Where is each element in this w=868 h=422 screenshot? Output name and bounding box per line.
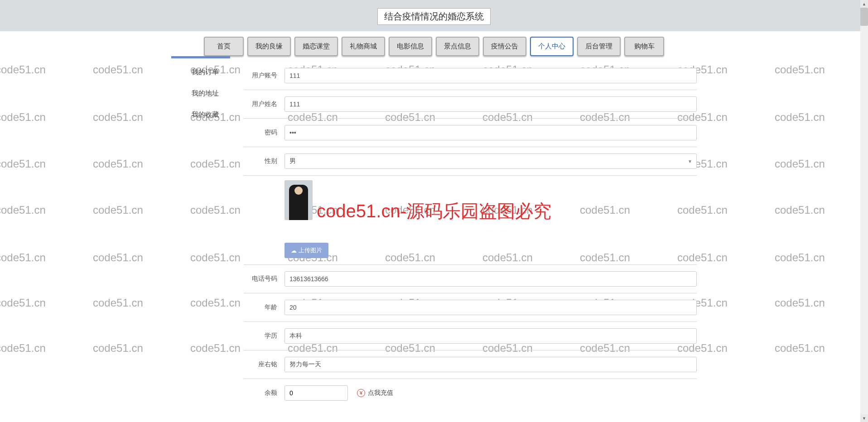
vertical-scrollbar[interactable]: ▲ ▼ bbox=[860, 0, 868, 407]
sidebar: 我的订单我的地址我的收藏 bbox=[171, 62, 239, 407]
scroll-up-button[interactable]: ▲ bbox=[860, 0, 868, 8]
gender-select[interactable] bbox=[285, 153, 697, 169]
nav-item-7[interactable]: 个人中心 bbox=[530, 37, 574, 56]
recharge-link[interactable]: ¥ 点我充值 bbox=[357, 389, 393, 397]
account-input[interactable] bbox=[285, 68, 697, 83]
main-nav: 首页我的良缘婚恋课堂礼物商城电影信息景点信息疫情公告个人中心后台管理购物车 bbox=[0, 31, 868, 62]
password-label: 密码 bbox=[244, 129, 285, 137]
upload-button-label: 上传图片 bbox=[299, 246, 322, 254]
sidebar-item-0[interactable]: 我的订单 bbox=[171, 62, 239, 83]
motto-label: 座右铭 bbox=[244, 360, 285, 369]
balance-label: 余额 bbox=[244, 389, 285, 397]
balance-input[interactable] bbox=[285, 385, 348, 401]
age-input[interactable] bbox=[285, 300, 697, 315]
phone-input[interactable] bbox=[285, 271, 697, 287]
top-banner: 结合疫情情况的婚恋系统 bbox=[0, 0, 868, 31]
recharge-label: 点我充值 bbox=[368, 389, 393, 397]
scroll-thumb[interactable] bbox=[860, 8, 868, 26]
name-label: 用户姓名 bbox=[244, 100, 285, 108]
name-input[interactable] bbox=[285, 96, 697, 112]
nav-item-5[interactable]: 景点信息 bbox=[436, 37, 479, 56]
account-label: 用户账号 bbox=[244, 72, 285, 80]
education-label: 学历 bbox=[244, 332, 285, 340]
nav-item-3[interactable]: 礼物商城 bbox=[342, 37, 385, 56]
cloud-upload-icon: ☁ bbox=[291, 247, 297, 254]
sidebar-item-1[interactable]: 我的地址 bbox=[171, 83, 239, 104]
page-title: 结合疫情情况的婚恋系统 bbox=[377, 8, 491, 25]
password-input[interactable] bbox=[285, 125, 697, 140]
sidebar-active-indicator bbox=[171, 56, 230, 58]
nav-item-9[interactable]: 购物车 bbox=[624, 37, 664, 56]
nav-item-0[interactable]: 首页 bbox=[204, 37, 244, 56]
age-label: 年龄 bbox=[244, 303, 285, 312]
motto-input[interactable] bbox=[285, 357, 697, 372]
profile-photo-thumb bbox=[285, 180, 313, 220]
upload-photo-button[interactable]: ☁ 上传图片 bbox=[285, 243, 328, 258]
nav-item-2[interactable]: 婚恋课堂 bbox=[294, 37, 338, 56]
phone-label: 电话号码 bbox=[244, 275, 285, 283]
sidebar-item-2[interactable]: 我的收藏 bbox=[171, 104, 239, 125]
gender-label: 性别 bbox=[244, 157, 285, 165]
chevron-down-icon: ▼ bbox=[688, 159, 692, 164]
nav-item-4[interactable]: 电影信息 bbox=[389, 37, 432, 56]
nav-item-6[interactable]: 疫情公告 bbox=[483, 37, 526, 56]
profile-form: 用户账号 用户姓名 密码 性别 ▼ bbox=[239, 62, 697, 407]
yen-icon: ¥ bbox=[357, 389, 365, 397]
nav-item-1[interactable]: 我的良缘 bbox=[247, 37, 291, 56]
education-input[interactable] bbox=[285, 328, 697, 344]
nav-item-8[interactable]: 后台管理 bbox=[577, 37, 621, 56]
